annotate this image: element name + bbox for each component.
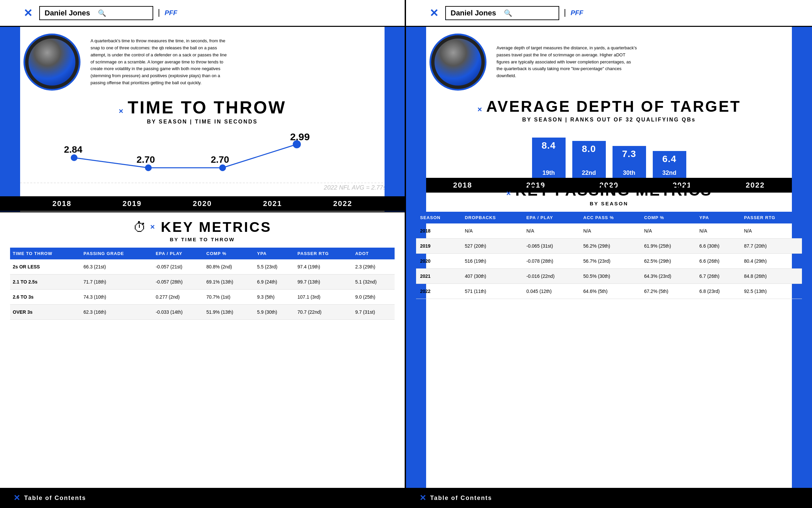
chart-title-row: ✕ TIME TO THROW [0,97,405,118]
kpm-cell-4-0: 2022 [416,284,461,299]
right-chart-main-title: AVERAGE DEPTH OF TARGET [486,98,741,115]
bar-col-2019: 8.022nd [572,141,606,178]
kpm-cell-2-3: 56.7% (23rd) [579,254,640,269]
kpm-cell-4-6: 92.5 (13th) [740,284,802,299]
bar-value-2019: 8.0 [582,143,596,154]
metrics-cell-2-4: 9.3 (5th) [254,290,295,305]
bar-rank-2019: 22nd [582,169,596,176]
kpm-cell-3-2: -0.016 (22nd) [522,269,579,284]
pff-logo: PFF [158,9,177,17]
col-header-epa: EPA / PLAY [153,248,203,259]
chart-title-section: ✕ TIME TO THROW BY SEASON | TIME IN SECO… [0,97,405,125]
kpm-cell-3-0: 2021 [416,269,461,284]
right-footer-label: Table of Contents [430,495,492,502]
table-row: 2.6 TO 3s74.3 (10th)0.277 (2nd)70.7% (1s… [10,290,395,305]
kpm-row: 2020516 (19th)-0.078 (28th)56.7% (23rd)6… [416,254,802,269]
right-panel: ✕ Daniel Jones 🔍 PFF Average depth of ta… [406,0,812,508]
kpm-subtitle: BY SEASON [416,201,802,206]
kpm-row: 2019527 (20th)-0.065 (31st)56.2% (29th)6… [416,239,802,254]
metrics-cell-3-5: 70.7 (22nd) [295,305,352,320]
bar-block-2020: 7.330th [613,146,646,178]
close-icon[interactable]: ✕ [23,8,33,18]
kpm-cell-4-5: 6.8 (23rd) [695,284,740,299]
kpm-cell-3-4: 64.3% (23rd) [640,269,695,284]
footer-x-icon: ✕ [13,493,20,503]
kpm-cell-1-3: 56.2% (29th) [579,239,640,254]
player-description: A quarterback's time to throw measures t… [91,38,231,87]
table-row: 2.1 TO 2.5s71.7 (18th)-0.057 (28th)69.1%… [10,274,395,290]
stopwatch-icon: ⏱ [133,220,146,235]
right-search-icon: 🔍 [504,9,554,17]
kpm-cell-0-4: N/A [640,223,695,239]
metrics-cell-1-3: 69.1% (13th) [204,274,254,290]
bar-col-2020: 7.330th [613,146,646,178]
kpm-col-epa: EPA / PLAY [522,212,579,223]
year-2018: 2018 [52,199,71,208]
right-chart-subtitle: BY SEASON | RANKS OUT OF 32 QUALIFYING Q… [426,117,792,123]
metrics-cell-2-3: 70.7% (1st) [204,290,254,305]
right-header: ✕ Daniel Jones 🔍 PFF [406,0,812,27]
kpm-main-title: KEY PASSING METRICS [515,181,712,199]
left-panel: ✕ Daniel Jones 🔍 PFF A quarterback's tim… [0,0,406,508]
kpm-col-comp: COMP % [640,212,695,223]
bar-block-2019: 8.022nd [572,141,606,178]
metrics-cell-0-2: -0.057 (21st) [153,259,203,274]
search-bar[interactable]: Daniel Jones 🔍 [39,6,153,20]
bar-value-2018: 8.4 [542,140,556,151]
chart-subtitle: BY SEASON | TIME IN SECONDS [0,119,405,125]
kpm-col-acc: ACC PASS % [579,212,640,223]
kpm-cell-1-6: 87.7 (20th) [740,239,802,254]
table-row: OVER 3s62.3 (16th)-0.033 (14th)51.9% (13… [10,305,395,320]
kpm-section: ✕ KEY PASSING METRICS BY SEASON SEASON D… [406,181,812,488]
kpm-cell-4-1: 571 (11th) [461,284,522,299]
kpm-cell-1-4: 61.9% (25th) [640,239,695,254]
metrics-table: TIME TO THROW PASSING GRADE EPA / PLAY C… [10,248,395,320]
metrics-cell-1-6: 5.1 (32nd) [352,274,395,290]
kpm-cell-2-6: 80.4 (29th) [740,254,802,269]
bar-block-2018: 8.419th [532,137,566,178]
right-search-text: Daniel Jones [450,9,500,17]
metrics-x-icon: ✕ [150,223,155,231]
kpm-cell-1-5: 6.6 (30th) [695,239,740,254]
metrics-cell-3-2: -0.033 (14th) [153,305,203,320]
kpm-table-body: 2018N/AN/AN/AN/AN/AN/A2019527 (20th)-0.0… [416,223,802,299]
kpm-title-row: ✕ KEY PASSING METRICS [416,181,802,199]
metrics-cell-0-4: 5.5 (23rd) [254,259,295,274]
kpm-cell-4-3: 64.6% (5th) [579,284,640,299]
right-chart-title-row: ✕ AVERAGE DEPTH OF TARGET [426,97,792,116]
kpm-row: 2021407 (30th)-0.016 (22nd)50.5% (30th)6… [416,269,802,284]
bar-chart-container: 8.419th8.022nd7.330th6.432nd [426,124,792,178]
kpm-cell-2-5: 6.6 (26th) [695,254,740,269]
chart-main-title: TIME TO THROW [128,98,286,117]
value-2020: 2.70 [136,154,155,165]
metrics-cell-2-1: 74.3 (10th) [81,290,153,305]
right-search-bar[interactable]: Daniel Jones 🔍 [445,6,559,20]
kpm-cell-0-5: N/A [695,223,740,239]
metrics-cell-1-0: 2.1 TO 2.5s [10,274,81,290]
metrics-cell-0-5: 97.4 (19th) [295,259,352,274]
right-helmet-image [434,39,481,86]
kpm-cell-3-6: 84.8 (26th) [740,269,802,284]
metrics-cell-3-4: 5.9 (30th) [254,305,295,320]
helmet-image [29,39,76,86]
metrics-cell-3-0: OVER 3s [10,305,81,320]
data-point-2019 [71,154,78,161]
kpm-cell-2-2: -0.078 (28th) [522,254,579,269]
right-close-icon[interactable]: ✕ [429,8,438,18]
kpm-col-dropbacks: DROPBACKS [461,212,522,223]
metrics-cell-0-3: 80.8% (2nd) [204,259,254,274]
col-header-grade: PASSING GRADE [81,248,153,259]
metrics-cell-3-6: 9.7 (31st) [352,305,395,320]
value-2021: 2.70 [211,154,229,165]
metrics-cell-1-2: -0.057 (28th) [153,274,203,290]
kpm-cell-2-4: 62.5% (29th) [640,254,695,269]
kpm-col-rtg: PASSER RTG [740,212,802,223]
bar-rank-2018: 19th [542,169,555,176]
kpm-cell-3-3: 50.5% (30th) [579,269,640,284]
kpm-col-ypa: YPA [695,212,740,223]
right-footer: ✕ Table of Contents [406,488,812,508]
bar-rank-2021: 32nd [662,169,676,176]
value-2019: 2.84 [64,144,83,155]
chart-line [74,144,297,168]
player-section: A quarterback's time to throw measures t… [0,27,405,97]
